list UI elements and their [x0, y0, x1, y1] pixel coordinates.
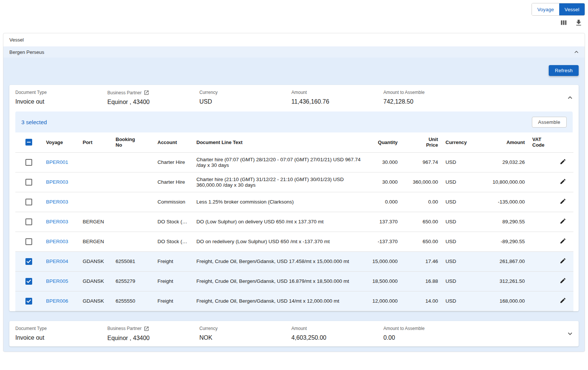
currency-cell: USD — [442, 232, 469, 251]
vat-code-cell — [529, 212, 552, 232]
vat-code-cell — [529, 291, 552, 311]
line-text-cell: Freight, Crude Oil, Bergen/Gdansk, USD 1… — [193, 251, 367, 271]
row-checkbox[interactable] — [25, 199, 32, 205]
table-body: BPER001 Charter Hire Charter hire (07:07… — [15, 152, 573, 311]
refresh-button[interactable]: Refresh — [549, 65, 579, 76]
currency-cell: USD — [442, 212, 469, 232]
line-text-cell: Charter hire (07:07 (GMT) 28/12/20 - 07:… — [193, 152, 367, 172]
unit-price-cell: 967.74 — [401, 152, 442, 172]
open-in-new-icon[interactable] — [144, 90, 149, 95]
amount-cell: 89,290.55 — [469, 212, 529, 232]
selection-toolbar: 3 selected Assemble — [15, 111, 573, 132]
collapse-card-icon[interactable] — [566, 94, 574, 102]
vat-code-cell — [529, 152, 552, 172]
voyage-header: Voyage — [42, 132, 79, 152]
vat-code-header: VAT Code — [529, 132, 552, 152]
amount-cell: 261,867.00 — [469, 251, 529, 271]
line-text-cell: Charter hire (21:10 (GMT) 31/12/22 - 21:… — [193, 172, 367, 192]
expand-card-icon[interactable] — [566, 330, 574, 338]
unit-price-header: Unit Price — [401, 132, 442, 152]
amount-label: Amount — [291, 326, 379, 331]
invoice-card-usd: Document Type Invoice out Business Partn… — [9, 85, 579, 311]
voyage-link[interactable]: BPER001 — [46, 159, 68, 165]
port-cell — [79, 172, 112, 192]
currency-cell: USD — [442, 152, 469, 172]
voyage-link[interactable]: BPER005 — [46, 278, 68, 284]
select-all-checkbox[interactable] — [25, 139, 32, 146]
amount-value: 11,436,160.76 — [291, 98, 379, 105]
business-partner-label: Business Partner — [107, 326, 195, 331]
voyage-link[interactable]: BPER004 — [46, 259, 68, 264]
booking-no-cell — [112, 192, 154, 212]
booking-no-cell — [112, 232, 154, 251]
row-checkbox[interactable] — [25, 278, 32, 285]
row-checkbox[interactable] — [25, 298, 32, 305]
amount-label: Amount — [291, 90, 379, 95]
open-in-new-icon[interactable] — [144, 326, 149, 331]
collapse-group-icon[interactable] — [573, 48, 580, 56]
assemble-button[interactable]: Assemble — [532, 117, 567, 128]
account-cell: Charter Hire — [154, 172, 193, 192]
currency-value: NOK — [199, 334, 287, 341]
quantity-cell: 30.000 — [367, 172, 401, 192]
edit-icon[interactable] — [560, 257, 566, 264]
vat-code-cell — [529, 251, 552, 271]
edit-icon[interactable] — [560, 277, 566, 284]
row-checkbox[interactable] — [25, 258, 32, 265]
edit-icon[interactable] — [560, 198, 566, 205]
invoice-card-nok: Document Type Invoice out Business Partn… — [9, 321, 579, 346]
account-cell: DO Stock (L... — [154, 232, 193, 251]
voyage-link[interactable]: BPER003 — [46, 199, 68, 205]
vessel-group-header[interactable]: Bergen Perseus — [3, 46, 585, 58]
port-cell: GDANSK — [79, 251, 112, 271]
edit-icon[interactable] — [560, 238, 566, 244]
voyage-toggle-button[interactable]: Voyage — [532, 3, 559, 15]
currency-cell: USD — [442, 291, 469, 311]
table-row: BPER006 GDANSK 6255550 Freight Freight, … — [15, 291, 573, 311]
edit-icon[interactable] — [560, 297, 566, 304]
table-row: BPER003 Charter Hire Charter hire (21:10… — [15, 172, 573, 192]
line-text-cell: DO on redelivery (Low Sulphur) USD 650 /… — [193, 232, 367, 251]
quantity-cell: 12,000.000 — [367, 291, 401, 311]
account-cell: DO Stock (L... — [154, 212, 193, 232]
table-row: BPER005 GDANSK 6255279 Freight Freight, … — [15, 271, 573, 291]
voyage-link[interactable]: BPER003 — [46, 239, 68, 244]
quantity-cell: 15,000.000 — [367, 251, 401, 271]
line-text-cell: Freight, Crude Oil, Bergen/Gdansk, USD 1… — [193, 291, 367, 311]
currency-cell: USD — [442, 172, 469, 192]
table-row: BPER001 Charter Hire Charter hire (07:07… — [15, 152, 573, 172]
document-type-label: Document Type — [15, 90, 103, 95]
invoice-card-nok-header[interactable]: Document Type Invoice out Business Partn… — [9, 321, 579, 346]
document-type-label: Document Type — [15, 326, 103, 331]
unit-price-cell: 16.88 — [401, 271, 442, 291]
port-cell — [79, 152, 112, 172]
quantity-cell: 0.000 — [367, 192, 401, 212]
view-columns-icon[interactable] — [560, 19, 568, 27]
amount-to-assemble-label: Amount to Assemble — [383, 326, 471, 331]
voyage-link[interactable]: BPER003 — [46, 179, 68, 185]
account-cell: Freight — [154, 251, 193, 271]
quantity-header: Quantity — [367, 132, 401, 152]
edit-icon[interactable] — [560, 178, 566, 185]
unit-price-cell: 0.00 — [401, 192, 442, 212]
row-checkbox[interactable] — [25, 238, 32, 245]
line-text-cell: Freight, Crude Oil, Bergen/Gdansk, USD 1… — [193, 271, 367, 291]
row-checkbox[interactable] — [25, 159, 32, 166]
currency-cell: USD — [442, 271, 469, 291]
row-checkbox[interactable] — [25, 218, 32, 225]
amount-cell: -89,290.55 — [469, 232, 529, 251]
amount-to-assemble-value: 0.00 — [383, 334, 471, 341]
vessel-toggle-button[interactable]: Vessel — [559, 3, 585, 15]
invoice-card-usd-header[interactable]: Document Type Invoice out Business Partn… — [9, 85, 579, 111]
port-cell — [79, 192, 112, 212]
booking-no-cell: 6255279 — [112, 271, 154, 291]
download-icon[interactable] — [575, 19, 583, 27]
panel-title: Vessel — [3, 33, 585, 46]
edit-icon[interactable] — [560, 218, 566, 224]
row-checkbox[interactable] — [25, 179, 32, 186]
selected-count: 3 selected — [21, 119, 47, 125]
voyage-link[interactable]: BPER006 — [46, 298, 68, 304]
edit-icon[interactable] — [560, 158, 566, 165]
voyage-link[interactable]: BPER003 — [46, 219, 68, 224]
quantity-cell: 137.370 — [367, 212, 401, 232]
